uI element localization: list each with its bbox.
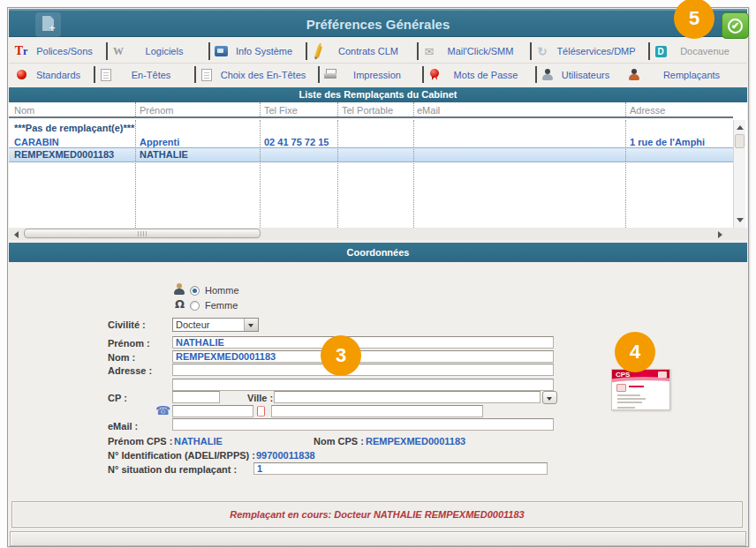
vertical-scroll-thumb[interactable] [735,134,745,148]
prenom-input[interactable]: NATHALIE [172,336,554,349]
col-adresse[interactable]: Adresse [630,105,665,116]
radio-femme[interactable] [190,301,200,311]
horizontal-scroll-thumb[interactable] [24,229,261,238]
scroll-up-icon[interactable] [737,125,744,130]
ident-label: N° Identification (ADELI/RPPS) : [108,450,255,461]
ville-dropdown-button[interactable] [542,391,557,404]
printer-icon [323,68,337,82]
phone-bracket-icon [257,406,265,417]
coordonnees-form: Homme Ω Femme Civilité : Docteur Prénom … [9,262,747,497]
window-title: Préférences Générales [9,17,747,32]
red-ball-icon [14,68,28,82]
user-icon [541,68,555,82]
tab-choix-en-tetes[interactable]: Choix des En-Têtes [194,64,318,86]
badge-4: 4 [615,332,655,372]
nom-input[interactable]: REMPEXMED0001183 [172,350,554,363]
current-replacement-message: Remplaçant en cours: Docteur NATHALIE RE… [11,501,743,528]
scroll-right-icon[interactable] [718,231,722,238]
female-icon: Ω [175,297,185,311]
ribbon-icon [427,68,442,82]
horizontal-scrollbar[interactable] [9,228,747,240]
situation-input[interactable]: 1 [253,462,548,475]
remplacants-table: Nom Prénom Tel Fixe Tel Portable eMail A… [9,102,747,228]
nom-label: Nom : [108,352,135,363]
nom-cps-label: Nom CPS : [314,436,364,447]
sync-icon [535,44,549,58]
tab-row-1: Polices/Sons Logiciels Info Système Cont… [9,40,747,63]
civilite-label: Civilité : [108,319,146,330]
col-prenom[interactable]: Prénom [140,105,174,116]
table-row-selected[interactable]: REMPEXMED0001183 NATHALIE [9,147,733,162]
label-femme: Femme [205,300,238,311]
user-orange-icon [627,68,641,82]
col-email[interactable]: eMail [417,105,440,116]
col-tel-fixe[interactable]: Tel Fixe [264,105,298,116]
tab-en-tetes[interactable]: En-Têtes [94,64,194,86]
tel-portable-input[interactable] [271,405,483,417]
col-nom[interactable]: Nom [14,105,34,116]
prenom-cps-value: NATHALIE [174,436,223,447]
tab-info-systeme[interactable]: Info Système [208,40,306,63]
vertical-scrollbar[interactable] [733,120,745,228]
tab-logiciels[interactable]: Logiciels [106,40,208,63]
table-body: ***Pas de remplaçant(e)*** CARABIN Appre… [9,120,733,228]
page-icon [99,68,113,82]
adresse-label: Adresse : [108,365,152,376]
tel-fixe-input[interactable] [172,405,253,417]
radio-homme[interactable] [190,286,200,296]
male-icon [173,283,185,297]
adresse-input-2[interactable] [172,379,554,391]
adresse-input-1[interactable] [172,364,554,376]
software-icon [111,44,125,58]
status-bar [10,531,746,546]
nom-cps-value: REMPEXMED0001183 [366,436,465,447]
tab-utilisateurs[interactable]: Utilisateurs [535,64,622,86]
tab-polices-sons[interactable]: Polices/Sons [9,40,106,63]
chevron-down-icon[interactable] [244,319,258,331]
tab-mots-de-passe[interactable]: Mots de Passe [422,64,535,86]
tab-remplacants[interactable]: Remplaçants [622,64,747,86]
cp-label: CP : [108,393,127,403]
email-input[interactable] [172,418,554,431]
cp-input[interactable] [172,391,220,403]
label-homme: Homme [205,285,239,296]
email-label: eMail : [108,421,138,432]
scroll-down-icon[interactable] [737,218,744,222]
prenom-label: Prénom : [108,338,150,349]
pencil-icon [311,44,325,58]
validate-button[interactable]: ✔ [722,12,749,39]
mail-icon [422,44,436,58]
tab-mailclick-smm[interactable]: Mail'Click/SMM [417,40,530,63]
phone-icon: ☎ [155,403,170,417]
badge-5: 5 [674,0,714,39]
table-header: Nom Prénom Tel Fixe Tel Portable eMail A… [9,102,733,118]
tab-impression[interactable]: Impression [318,64,422,86]
scroll-left-icon[interactable] [14,231,19,238]
tab-standards[interactable]: Standards [9,64,94,86]
col-tel-portable[interactable]: Tel Portable [342,105,393,116]
table-row[interactable]: ***Pas de remplaçant(e)*** [9,122,733,136]
docavenue-icon [654,44,668,58]
tab-docavenue[interactable]: Docavenue [648,40,747,63]
page-icon [200,68,214,82]
cps-card-image: CPS [611,369,670,410]
situation-label: N° situation du remplaçant : [108,464,237,475]
list-section-header: Liste des Remplaçants du Cabinet [9,87,747,102]
prenom-cps-label: Prénom CPS : [108,436,172,447]
fonts-icon [14,44,28,58]
tab-row-2: Standards En-Têtes Choix des En-Têtes Im… [9,63,747,86]
ville-input[interactable] [274,391,541,403]
title-bar: + Préférences Générales ✔ [9,9,747,37]
check-icon: ✔ [728,19,743,34]
tab-contrats-clm[interactable]: Contrats CLM [306,40,417,63]
ident-value: 99700011838 [256,450,315,461]
civilite-dropdown[interactable]: Docteur [172,318,259,332]
ville-label: Ville : [247,393,273,403]
tab-teleservices-dmp[interactable]: Téléservices/DMP [530,40,648,63]
system-info-icon [214,44,228,58]
coordonnees-section-header: Coordonnées [9,243,747,262]
preferences-window: + Préférences Générales ✔ Polices/Sons L… [7,7,749,547]
badge-3: 3 [321,335,361,376]
